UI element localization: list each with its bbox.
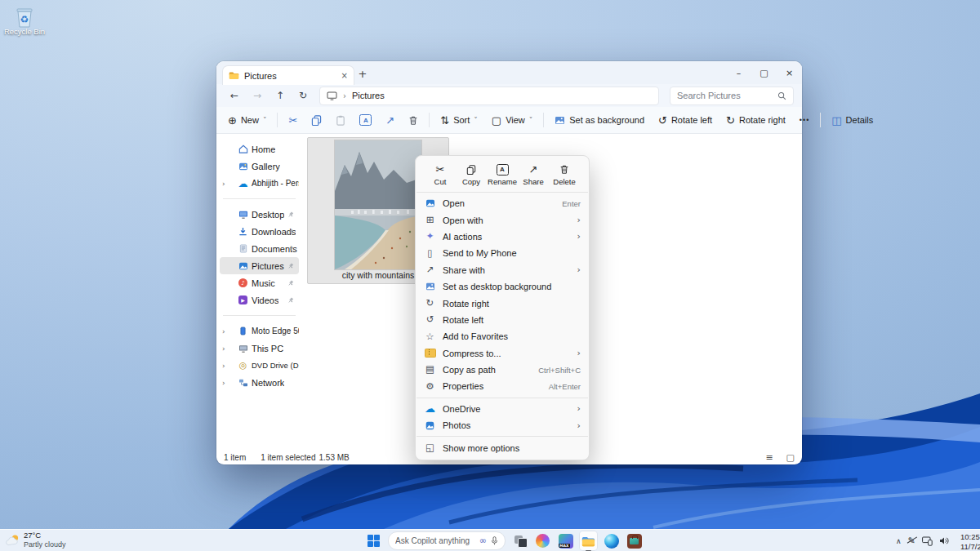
volume-icon[interactable] [939, 536, 950, 545]
store-app-button[interactable] [626, 531, 643, 550]
edge-button[interactable] [603, 531, 620, 550]
sidebar-item-downloads[interactable]: Downloads [220, 223, 299, 240]
sidebar-item-onedrive-personal[interactable]: › ☁ Abhijith - Personal [220, 175, 299, 192]
context-menu-item-open[interactable]: Open Enter [416, 195, 589, 211]
context-menu-item-photos[interactable]: Photos › [416, 417, 589, 433]
paste-button[interactable] [332, 113, 349, 128]
menu-item-label: Properties [443, 381, 542, 391]
pen-disabled-icon[interactable]: ✎ [908, 535, 915, 546]
rename-button[interactable]: A [356, 112, 375, 128]
phone-icon: ▯ [424, 249, 436, 259]
menu-item-label: Rotate left [443, 315, 581, 325]
context-menu: ✂ Cut Copy A Rename ↗ Share De [415, 155, 590, 460]
context-menu-item-rotate-right[interactable]: ↻ Rotate right [416, 295, 589, 311]
cast-device-icon[interactable] [922, 536, 933, 546]
cut-button[interactable]: ✂ [285, 113, 301, 128]
copilot-search-box[interactable]: Ask Copilot anything ∞ [388, 531, 506, 550]
tab-close-icon[interactable]: × [341, 71, 348, 80]
share-icon: ↗ [385, 115, 394, 126]
task-view-button[interactable] [511, 531, 528, 550]
share-button[interactable]: ↗ [382, 113, 398, 128]
quick-action-delete[interactable]: Delete [550, 163, 579, 186]
copilot-app-button[interactable] [534, 531, 551, 550]
expander-icon[interactable]: › [222, 362, 225, 370]
menu-shortcut: Alt+Enter [549, 382, 581, 391]
sidebar-item-moto-edge[interactable]: › Moto Edge 50 Neo [220, 322, 299, 340]
context-menu-item-show-more-options[interactable]: ◱ Show more options [416, 439, 589, 455]
sidebar-item-network[interactable]: › Network [220, 374, 299, 391]
refresh-button[interactable]: ↻ [293, 87, 313, 104]
context-menu-item-send-to-my-phone[interactable]: ▯ Send to My Phone [416, 245, 589, 261]
expander-icon[interactable]: › [222, 344, 225, 353]
sidebar-item-this-pc[interactable]: › This PC [220, 340, 299, 357]
set-as-background-button[interactable]: Set as background [551, 113, 648, 127]
sort-button[interactable]: ⇅ Sort ˅ [437, 113, 481, 128]
large-icons-view-toggle-icon[interactable]: ▢ [786, 452, 795, 463]
close-button[interactable]: × [777, 61, 802, 84]
open-with-icon: ⊞ [424, 216, 436, 225]
file-explorer-button[interactable] [580, 531, 597, 550]
up-button[interactable]: ↑ [270, 87, 290, 104]
new-tab-button[interactable]: + [354, 64, 372, 82]
quick-action-rename[interactable]: A Rename [488, 163, 517, 186]
delete-button[interactable] [405, 113, 421, 128]
back-button[interactable]: ← [225, 87, 244, 104]
this-pc-icon [238, 344, 248, 353]
expander-icon[interactable]: › [222, 327, 225, 335]
context-menu-item-onedrive[interactable]: ☁ OneDrive › [416, 401, 589, 417]
photos-icon [424, 421, 436, 430]
context-menu-item-add-to-favorites[interactable]: ☆ Add to Favorites [416, 328, 589, 344]
list-view-toggle-icon[interactable]: ≡ [765, 452, 773, 463]
share-icon: ↗ [424, 265, 436, 275]
rotate-left-button[interactable]: ↺ Rotate left [655, 113, 715, 128]
sidebar-item-documents[interactable]: Documents [220, 240, 299, 257]
context-menu-item-rotate-left[interactable]: ↺ Rotate left [416, 312, 589, 328]
breadcrumb: Pictures [352, 91, 385, 100]
quick-action-cut[interactable]: ✂ Cut [425, 163, 455, 186]
context-menu-item-share-with[interactable]: ↗ Share with › [416, 262, 589, 278]
details-button[interactable]: ◫ Details [828, 113, 876, 128]
expander-icon[interactable]: › [222, 379, 225, 387]
search-input[interactable]: Search Pictures [670, 87, 794, 105]
rotate-left-icon: ↺ [424, 315, 436, 325]
quick-action-share[interactable]: ↗ Share [519, 163, 548, 186]
context-menu-item-ai-actions[interactable]: ✦ AI actions › [416, 229, 589, 245]
copy-button[interactable] [308, 113, 325, 128]
sidebar-item-videos[interactable]: ▶ Videos [220, 291, 299, 309]
minimize-button[interactable]: – [726, 61, 751, 84]
context-menu-item-properties[interactable]: ⚙ Properties Alt+Enter [416, 378, 589, 394]
weather-widget[interactable]: 27°C Partly cloudy [5, 531, 66, 549]
new-button[interactable]: ⊕ New ˅ [225, 113, 270, 128]
expander-icon[interactable]: › [222, 180, 225, 188]
desktop-icon [238, 211, 248, 219]
details-panel-icon: ◫ [831, 115, 841, 126]
tray-chevron-icon[interactable]: ∧ [896, 537, 902, 545]
start-button[interactable] [365, 531, 382, 550]
forward-button[interactable]: → [247, 87, 267, 104]
sidebar-item-dvd-drive[interactable]: › ◎ DVD Drive (D:) CCC [220, 357, 299, 374]
microphone-icon[interactable] [491, 536, 498, 545]
tab-title: Pictures [244, 71, 277, 81]
sidebar-item-desktop[interactable]: Desktop [220, 206, 299, 223]
context-menu-item-open-with[interactable]: ⊞ Open with › [416, 211, 589, 228]
divider [416, 192, 588, 193]
sidebar-item-gallery[interactable]: Gallery [220, 158, 299, 175]
context-menu-item-set-as-desktop-background[interactable]: Set as desktop background [416, 278, 589, 295]
rotate-right-button[interactable]: ↻ Rotate right [723, 113, 789, 128]
recycle-bin-desktop-icon[interactable]: ♻ Recycle Bin [3, 7, 46, 36]
sidebar-item-music[interactable]: ♪ Music [220, 274, 299, 291]
more-options-button[interactable]: ••• [796, 113, 813, 127]
address-bar[interactable]: › Pictures [319, 87, 659, 105]
tab-pictures[interactable]: Pictures × [222, 65, 354, 85]
quick-action-copy[interactable]: Copy [457, 163, 486, 186]
context-menu-item-copy-as-path[interactable]: ▤ Copy as path Ctrl+Shift+C [416, 362, 589, 378]
sidebar-item-home[interactable]: Home [220, 140, 299, 158]
context-menu-item-compress-to[interactable]: Compress to... › [416, 345, 589, 362]
taskbar-clock[interactable]: 10:25 11/7/2025 [960, 532, 980, 551]
maximize-button[interactable]: ▢ [751, 61, 777, 84]
submenu-chevron-icon: › [577, 264, 581, 275]
sidebar-item-pictures[interactable]: Pictures [220, 257, 299, 274]
view-button[interactable]: ▢ View ˅ [488, 113, 536, 128]
copy-path-icon: ▤ [424, 365, 436, 375]
max-app-button[interactable]: MAX [557, 531, 574, 550]
